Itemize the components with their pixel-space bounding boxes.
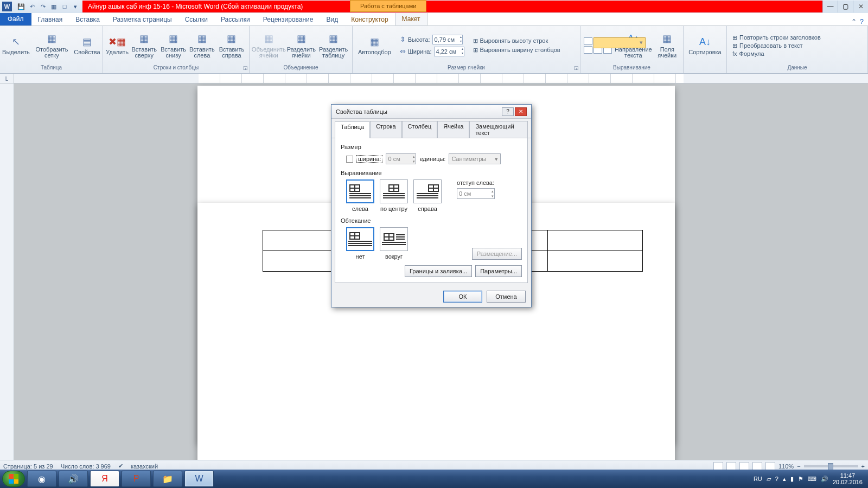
insert-col-left-icon: ▦ (195, 33, 208, 46)
tab-file[interactable]: Файл (0, 12, 31, 25)
tray-action-icon[interactable]: ⚑ (798, 476, 803, 483)
tray-flag-icon[interactable]: ▱ (767, 476, 771, 483)
save-icon[interactable]: 💾 (16, 2, 26, 11)
distribute-cols-button[interactable]: ⊞Выровнять ширину столбцов (473, 47, 560, 54)
wrap-none-option[interactable] (346, 227, 374, 251)
insert-above-button[interactable]: ▦Вставить сверху (130, 31, 158, 60)
tab-table-layout[interactable]: Макет (395, 12, 427, 25)
taskbar-chrome[interactable]: ◉ (27, 471, 56, 487)
alignment-grid[interactable] (584, 37, 612, 54)
help-icon[interactable]: ? (860, 18, 864, 25)
height-input[interactable]: 0,79 см (432, 35, 463, 44)
properties-icon: ▤ (80, 35, 93, 48)
tab-review[interactable]: Рецензирование (257, 14, 320, 25)
borders-shading-button[interactable]: Границы и заливка... (405, 265, 472, 277)
tray-network-icon[interactable]: ▮ (790, 476, 794, 483)
tray-chevron-up-icon[interactable]: ▴ (783, 476, 786, 483)
autofit-button[interactable]: ▦Автоподбор (356, 34, 393, 56)
width-checkbox[interactable] (346, 156, 353, 163)
dialog-launcher-icon[interactable]: ◲ (574, 65, 579, 70)
dialog-tab-row[interactable]: Строка (370, 121, 401, 138)
insert-right-button[interactable]: ▦Вставить справа (218, 31, 246, 60)
zoom-in-icon[interactable]: + (861, 463, 865, 470)
repeat-header-button[interactable]: ⊞Повторить строки заголовков (732, 34, 821, 41)
tab-references[interactable]: Ссылки (178, 14, 214, 25)
window-title: Айнур ашык саб инф 15-16 - Microsoft Wor… (82, 1, 822, 12)
properties-button[interactable]: ▤Свойства (75, 34, 99, 56)
horizontal-ruler[interactable] (199, 74, 684, 83)
group-label: Объединение (250, 65, 352, 73)
dialog-tab-cell[interactable]: Ячейка (437, 121, 469, 138)
zoom-out-icon[interactable]: − (797, 463, 800, 470)
taskbar-word[interactable]: W (184, 471, 214, 487)
indent-input[interactable]: 0 см (457, 188, 495, 199)
status-language[interactable]: казахский (131, 463, 158, 470)
formula-button[interactable]: fxФормула (732, 50, 821, 57)
delete-button[interactable]: ✖▦Удалить (106, 34, 128, 56)
sort-button[interactable]: A↓Сортировка (687, 34, 723, 56)
cell-margins-button[interactable]: ▦Поля ячейки (655, 31, 680, 60)
align-center-option[interactable] (380, 179, 408, 203)
split-cells-button[interactable]: ▦Разделить ячейки (286, 31, 316, 60)
group-label: Строки и столбцы◲ (103, 65, 249, 73)
system-tray: RU ▱ ? ▴ ▮ ⚑ ⌨ 🔊 11:4720.02.2016 (754, 472, 866, 485)
align-left-option[interactable] (346, 179, 374, 203)
tab-mailings[interactable]: Рассылки (214, 14, 257, 25)
start-button[interactable] (2, 471, 25, 487)
close-button[interactable]: ✕ (853, 1, 868, 12)
zoom-level[interactable]: 110% (778, 463, 794, 470)
tray-language[interactable]: RU (754, 476, 762, 482)
insert-below-button[interactable]: ▦Вставить снизу (160, 31, 186, 60)
tray-volume-icon[interactable]: 🔊 (821, 476, 828, 483)
distribute-cols-icon: ⊞ (473, 47, 478, 54)
view-gridlines-button[interactable]: ▦Отобразить сетку (31, 31, 73, 60)
width-label: Ширина: (408, 48, 432, 55)
tab-page-layout[interactable]: Разметка страницы (106, 14, 178, 25)
proofing-icon[interactable]: ✔ (118, 463, 123, 470)
tray-help-icon[interactable]: ? (775, 476, 778, 482)
dialog-close-button[interactable]: ✕ (515, 107, 527, 116)
taskbar-yandex[interactable]: Я (90, 471, 119, 487)
tray-clock[interactable]: 11:4720.02.2016 (833, 472, 863, 485)
align-right-option[interactable] (413, 179, 442, 203)
tab-view[interactable]: Вид (320, 14, 344, 25)
tray-keyboard-icon[interactable]: ⌨ (808, 476, 816, 483)
insert-left-button[interactable]: ▦Вставить слева (189, 31, 215, 60)
distribute-rows-button[interactable]: ⊞Выровнять высоту строк (473, 37, 560, 44)
taskbar-volume[interactable]: 🔊 (59, 471, 88, 487)
options-button[interactable]: Параметры... (475, 265, 522, 277)
qat-item-icon[interactable]: ▦ (49, 2, 59, 11)
cancel-button[interactable]: Отмена (487, 291, 526, 303)
status-word-count[interactable]: Число слов: 3 969 (61, 463, 111, 470)
dialog-launcher-icon[interactable]: ◲ (243, 65, 248, 70)
zoom-slider[interactable] (804, 465, 858, 467)
convert-icon: ⊞ (732, 42, 737, 49)
convert-to-text-button[interactable]: ⊞Преобразовать в текст (732, 42, 821, 49)
taskbar-explorer[interactable]: 📁 (153, 471, 182, 487)
split-table-button[interactable]: ▦Разделить таблицу (318, 31, 349, 60)
qat-item-icon[interactable]: □ (60, 2, 69, 11)
dialog-tab-table[interactable]: Таблица (335, 121, 370, 138)
vertical-ruler[interactable] (0, 84, 14, 468)
maximize-button[interactable]: ▢ (838, 1, 853, 12)
width-input: 0 см (386, 153, 416, 164)
undo-icon[interactable]: ↶ (27, 2, 37, 11)
tab-insert[interactable]: Вставка (69, 14, 106, 25)
tab-design[interactable]: Конструктор (344, 14, 394, 25)
taskbar-powerpoint[interactable]: P (122, 471, 151, 487)
redo-icon[interactable]: ↷ (38, 2, 48, 11)
qat-dropdown-icon[interactable]: ▾ (71, 2, 80, 11)
dialog-tab-alt-text[interactable]: Замещающий текст (469, 121, 528, 138)
dialog-titlebar[interactable]: Свойства таблицы ? ✕ (331, 105, 531, 119)
ok-button[interactable]: ОК (443, 291, 482, 303)
width-input[interactable]: 4,22 см (434, 47, 464, 56)
minimize-button[interactable]: — (822, 1, 838, 12)
dialog-tab-column[interactable]: Столбец (402, 121, 438, 138)
wrap-around-option[interactable] (380, 227, 408, 251)
minimize-ribbon-icon[interactable]: ⌃ (851, 18, 857, 25)
tab-home[interactable]: Главная (31, 14, 69, 25)
tab-selector-icon[interactable]: L (0, 74, 14, 84)
status-page[interactable]: Страница: 5 из 29 (3, 463, 53, 470)
dialog-help-button[interactable]: ? (502, 107, 514, 116)
select-button[interactable]: ↖Выделить (3, 34, 29, 56)
